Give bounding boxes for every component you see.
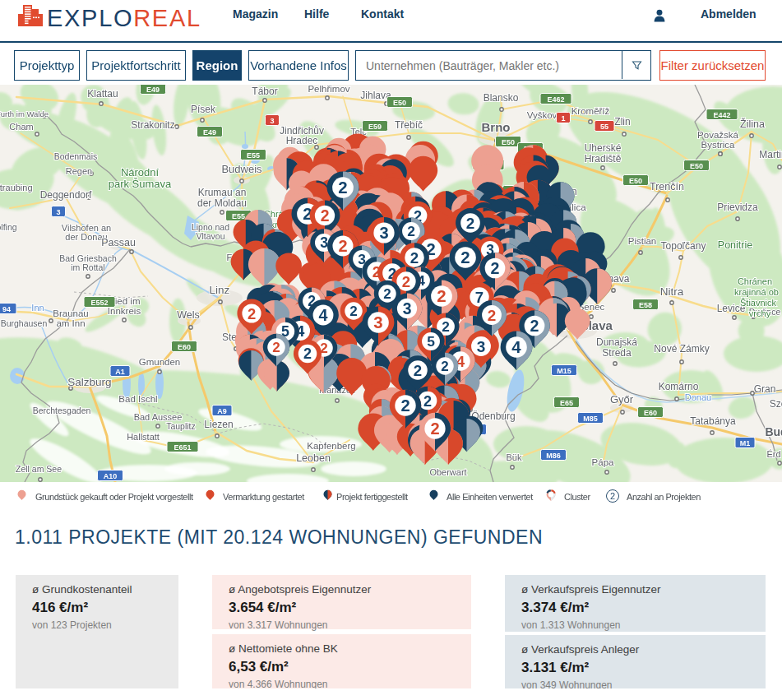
- svg-text:Ponitrie: Ponitrie: [718, 239, 752, 251]
- svg-text:Sze: Sze: [770, 398, 782, 410]
- svg-text:Wels: Wels: [177, 309, 200, 321]
- svg-text:Vyškov: Vyškov: [527, 110, 558, 120]
- svg-text:E49: E49: [203, 128, 216, 137]
- svg-text:olfing: olfing: [0, 222, 17, 232]
- svg-text:2: 2: [402, 273, 410, 290]
- svg-text:94: 94: [2, 305, 11, 313]
- svg-text:Leoben: Leoben: [296, 452, 331, 464]
- svg-text:2: 2: [530, 317, 539, 335]
- svg-text:M15: M15: [557, 367, 571, 375]
- svg-text:A1: A1: [115, 368, 125, 376]
- svg-text:Győr: Győr: [610, 393, 634, 406]
- svg-text:Tábor: Tábor: [252, 86, 277, 97]
- svg-text:Krumau an: Krumau an: [198, 187, 247, 198]
- svg-text:2: 2: [414, 362, 422, 379]
- svg-text:Zell am See: Zell am See: [16, 464, 62, 474]
- svg-text:E50: E50: [690, 162, 703, 170]
- svg-text:Chránen: Chránen: [738, 276, 772, 286]
- svg-text:Deggendorf: Deggendorf: [40, 189, 92, 201]
- svg-text:E59: E59: [368, 123, 382, 131]
- svg-text:2: 2: [407, 223, 415, 239]
- svg-text:E65: E65: [560, 399, 573, 407]
- svg-text:Dunajská: Dunajská: [596, 336, 637, 348]
- svg-text:Tatabánya: Tatabánya: [690, 415, 736, 427]
- svg-text:2: 2: [400, 396, 410, 415]
- svg-text:E55: E55: [232, 212, 245, 220]
- svg-text:Zlin: Zlin: [614, 116, 630, 127]
- svg-text:Inn: Inn: [31, 303, 44, 313]
- svg-text:2: 2: [460, 248, 470, 267]
- svg-text:E50: E50: [502, 138, 515, 146]
- svg-text:Gran: Gran: [754, 383, 776, 395]
- svg-text:Cham: Cham: [9, 122, 33, 132]
- svg-text:Nové Zámky: Nové Zámky: [654, 343, 709, 355]
- svg-text:Klattau: Klattau: [87, 88, 118, 100]
- svg-text:3: 3: [320, 234, 328, 251]
- svg-text:E462: E462: [547, 95, 564, 104]
- svg-text:Hallstatt: Hallstatt: [127, 432, 160, 442]
- svg-text:Straubing: Straubing: [0, 183, 33, 192]
- svg-text:A10: A10: [104, 472, 118, 480]
- svg-text:der Moldau: der Moldau: [197, 197, 247, 209]
- svg-text:Érd: Érd: [766, 449, 780, 459]
- svg-text:E60: E60: [644, 409, 657, 417]
- svg-text:M85: M85: [583, 415, 598, 423]
- svg-text:Martin: Martin: [759, 149, 782, 160]
- svg-text:Furth im Walde: Furth im Walde: [0, 109, 49, 118]
- svg-text:3: 3: [379, 224, 388, 242]
- svg-text:Považská: Považská: [697, 130, 738, 140]
- svg-text:am Inn: am Inn: [56, 318, 85, 328]
- svg-text:1: 1: [561, 114, 565, 123]
- svg-text:park Šumava: park Šumava: [109, 178, 172, 190]
- svg-text:Brno: Brno: [482, 120, 511, 134]
- svg-text:2: 2: [410, 249, 419, 267]
- svg-text:E60: E60: [178, 343, 191, 351]
- svg-text:55: 55: [600, 123, 608, 131]
- svg-text:2: 2: [442, 318, 450, 335]
- svg-text:E552: E552: [90, 299, 108, 307]
- svg-text:Tauplitz: Tauplitz: [166, 421, 196, 431]
- svg-text:A9: A9: [217, 407, 227, 415]
- svg-text:3: 3: [270, 117, 274, 125]
- svg-text:2: 2: [383, 286, 391, 302]
- svg-text:2: 2: [423, 393, 432, 410]
- svg-text:Bad Aussee: Bad Aussee: [134, 412, 183, 422]
- svg-text:Blansko: Blansko: [484, 92, 519, 104]
- svg-text:Bad Ischl: Bad Ischl: [118, 394, 157, 404]
- svg-text:Pelhřimov: Pelhřimov: [308, 85, 349, 94]
- svg-text:3: 3: [403, 300, 412, 318]
- svg-text:Linz: Linz: [210, 284, 230, 296]
- svg-text:E55: E55: [247, 151, 260, 160]
- svg-text:7: 7: [475, 289, 484, 306]
- svg-text:Gmunden: Gmunden: [139, 357, 181, 367]
- svg-text:Třebíč: Třebíč: [395, 119, 423, 131]
- svg-text:Nitra: Nitra: [660, 285, 684, 298]
- svg-text:Pistian: Pistian: [628, 236, 657, 246]
- svg-text:3: 3: [477, 338, 486, 355]
- svg-text:2: 2: [441, 359, 448, 374]
- svg-text:E49: E49: [146, 86, 160, 94]
- svg-text:krajinná ob: krajinná ob: [734, 287, 779, 297]
- svg-text:2: 2: [430, 420, 439, 438]
- svg-text:2: 2: [272, 340, 280, 355]
- svg-text:Passau: Passau: [101, 237, 136, 248]
- svg-text:Braunau: Braunau: [53, 308, 88, 318]
- svg-text:Regen: Regen: [66, 166, 92, 176]
- svg-text:Komárno: Komárno: [659, 381, 699, 392]
- svg-text:Donau: Donau: [685, 392, 711, 402]
- svg-text:Berchtesgaden: Berchtesgaden: [33, 406, 91, 415]
- svg-text:Oberwart: Oberwart: [429, 467, 466, 477]
- svg-text:2: 2: [466, 215, 474, 232]
- svg-text:2: 2: [437, 286, 446, 305]
- svg-text:M1: M1: [740, 439, 751, 447]
- svg-text:Žilina: Žilina: [740, 118, 765, 130]
- svg-text:Štiavnick: Štiavnick: [740, 298, 777, 308]
- svg-text:M86: M86: [546, 452, 561, 460]
- svg-text:Hradec: Hradec: [286, 135, 318, 146]
- svg-text:Kroměříž: Kroměříž: [571, 106, 610, 116]
- svg-text:Bodenmais: Bodenmais: [54, 151, 98, 161]
- svg-text:E50: E50: [629, 177, 642, 185]
- svg-text:E442: E442: [713, 111, 730, 119]
- svg-text:Hradiště: Hradiště: [585, 153, 622, 165]
- svg-text:2: 2: [303, 345, 312, 362]
